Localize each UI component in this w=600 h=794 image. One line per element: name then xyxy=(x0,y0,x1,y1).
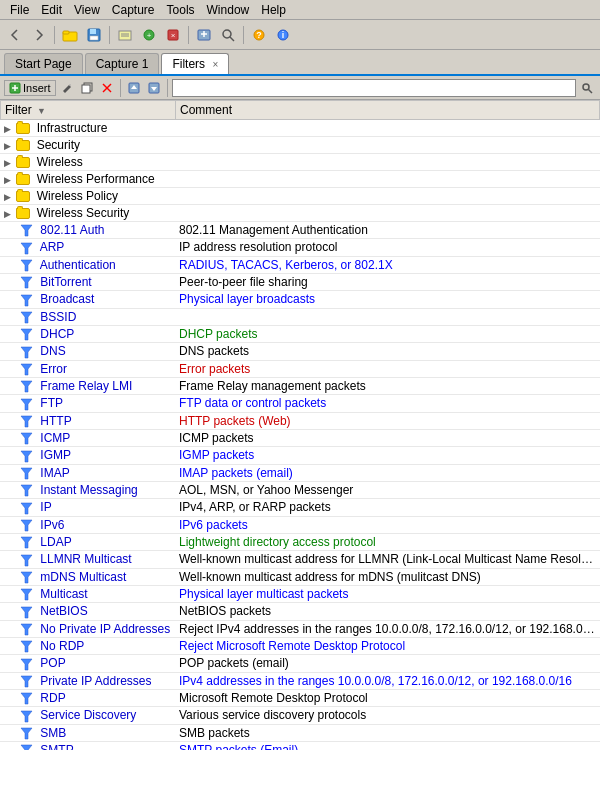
menu-tools[interactable]: Tools xyxy=(161,2,201,18)
table-row[interactable]: mDNS Multicast Well-known multicast addr… xyxy=(0,569,600,586)
svg-marker-49 xyxy=(21,520,32,531)
edit-filter-button[interactable] xyxy=(58,79,76,97)
toolbar-btn8[interactable]: ? xyxy=(248,24,270,46)
table-row[interactable]: Broadcast Physical layer broadcasts xyxy=(0,291,600,308)
menu-capture[interactable]: Capture xyxy=(106,2,161,18)
comment-text: IP address resolution protocol xyxy=(179,240,338,254)
table-row[interactable]: ARP IP address resolution protocol xyxy=(0,239,600,256)
insert-button[interactable]: Insert xyxy=(4,80,56,96)
sort-arrow: ▼ xyxy=(37,106,46,116)
comment-text: Well-known multicast address for mDNS (m… xyxy=(179,570,481,584)
copy-filter-button[interactable] xyxy=(78,79,96,97)
forward-button[interactable] xyxy=(28,24,50,46)
table-row[interactable]: No RDP Reject Microsoft Remote Desktop P… xyxy=(0,638,600,655)
svg-marker-58 xyxy=(21,676,32,687)
table-row[interactable]: Error Error packets xyxy=(0,361,600,378)
table-row[interactable]: SMB SMB packets xyxy=(0,725,600,742)
table-row[interactable]: 802.11 Auth 802.11 Management Authentica… xyxy=(0,222,600,239)
toolbar-btn3[interactable] xyxy=(114,24,136,46)
comment-text: Various service discovery protocols xyxy=(179,708,366,722)
svg-marker-41 xyxy=(21,381,32,392)
folder-icon xyxy=(16,140,30,151)
filter-search-input[interactable] xyxy=(172,79,576,97)
filter-name: NetBIOS xyxy=(40,604,87,618)
filter-icon xyxy=(20,554,34,567)
table-row[interactable]: ▶ Security xyxy=(0,137,600,154)
back-button[interactable] xyxy=(4,24,26,46)
table-row[interactable]: HTTP HTTP packets (Web) xyxy=(0,413,600,430)
table-row[interactable]: LDAP Lightweight directory access protoc… xyxy=(0,534,600,551)
tab-start-page[interactable]: Start Page xyxy=(4,53,83,74)
svg-marker-51 xyxy=(21,555,32,566)
table-row[interactable]: ▶ Wireless xyxy=(0,154,600,171)
table-row[interactable]: IP IPv4, ARP, or RARP packets xyxy=(0,499,600,516)
open-button[interactable] xyxy=(59,24,81,46)
filter-search-button[interactable] xyxy=(578,79,596,97)
toolbar-btn5[interactable]: × xyxy=(162,24,184,46)
toolbar-btn9[interactable]: i xyxy=(272,24,294,46)
table-row[interactable]: BSSID xyxy=(0,309,600,326)
tab-filters-close[interactable]: × xyxy=(212,59,218,70)
table-row[interactable]: ▶ Wireless Security xyxy=(0,205,600,222)
filter-icon xyxy=(20,727,34,740)
comment-text: HTTP packets (Web) xyxy=(179,414,291,428)
table-row[interactable]: No Private IP Addresses Reject IPv4 addr… xyxy=(0,621,600,638)
tab-filters[interactable]: Filters × xyxy=(161,53,229,74)
table-row[interactable]: SMTP SMTP packets (Email) xyxy=(0,742,600,750)
toolbar-btn4[interactable]: + xyxy=(138,24,160,46)
table-row[interactable]: DNS DNS packets xyxy=(0,343,600,360)
table-row[interactable]: ▶ Wireless Performance xyxy=(0,171,600,188)
table-row[interactable]: ▶ Wireless Policy xyxy=(0,188,600,205)
table-row[interactable]: FTP FTP data or control packets xyxy=(0,395,600,412)
table-row[interactable]: BitTorrent Peer-to-peer file sharing xyxy=(0,274,600,291)
toolbar-btn7[interactable] xyxy=(217,24,239,46)
col-header-filter[interactable]: Filter ▼ xyxy=(1,101,176,120)
svg-marker-33 xyxy=(21,243,32,254)
table-row[interactable]: Frame Relay LMI Frame Relay management p… xyxy=(0,378,600,395)
table-row[interactable]: POP POP packets (email) xyxy=(0,655,600,672)
delete-filter-button[interactable] xyxy=(98,79,116,97)
table-row[interactable]: ▶ Infrastructure xyxy=(0,120,600,137)
svg-marker-54 xyxy=(21,607,32,618)
move-down-button[interactable] xyxy=(145,79,163,97)
folder-icon xyxy=(16,174,30,185)
menu-window[interactable]: Window xyxy=(201,2,256,18)
table-row[interactable]: NetBIOS NetBIOS packets xyxy=(0,603,600,620)
table-row[interactable]: IMAP IMAP packets (email) xyxy=(0,465,600,482)
menu-view[interactable]: View xyxy=(68,2,106,18)
table-row[interactable]: RDP Microsoft Remote Desktop Protocol xyxy=(0,690,600,707)
move-up-button[interactable] xyxy=(125,79,143,97)
table-row[interactable]: Authentication RADIUS, TACACS, Kerberos,… xyxy=(0,257,600,274)
table-row[interactable]: IGMP IGMP packets xyxy=(0,447,600,464)
table-row[interactable]: Multicast Physical layer multicast packe… xyxy=(0,586,600,603)
filter-icon xyxy=(20,588,34,601)
filter-name: IMAP xyxy=(40,466,69,480)
comment-text: DHCP packets xyxy=(179,327,257,341)
table-row[interactable]: LLMNR Multicast Well-known multicast add… xyxy=(0,551,600,568)
comment-text: SMB packets xyxy=(179,726,250,740)
tab-capture1[interactable]: Capture 1 xyxy=(85,53,160,74)
comment-text: NetBIOS packets xyxy=(179,604,271,618)
svg-text:?: ? xyxy=(256,30,262,40)
table-row[interactable]: DHCP DHCP packets xyxy=(0,326,600,343)
svg-rect-1 xyxy=(63,31,69,34)
menu-file[interactable]: File xyxy=(4,2,35,18)
table-row[interactable]: Private IP Addresses IPv4 addresses in t… xyxy=(0,673,600,690)
table-row[interactable]: Service Discovery Various service discov… xyxy=(0,707,600,724)
svg-marker-45 xyxy=(21,451,32,462)
col-header-comment[interactable]: Comment xyxy=(176,101,600,120)
svg-marker-56 xyxy=(21,641,32,652)
menu-edit[interactable]: Edit xyxy=(35,2,68,18)
filter-icon xyxy=(20,311,34,324)
table-row[interactable]: Instant Messaging AOL, MSN, or Yahoo Mes… xyxy=(0,482,600,499)
filter-name: POP xyxy=(40,656,65,670)
filter-name: IP xyxy=(40,500,51,514)
filter-name: Broadcast xyxy=(40,292,94,306)
comment-text: Frame Relay management packets xyxy=(179,379,366,393)
table-row[interactable]: IPv6 IPv6 packets xyxy=(0,517,600,534)
chevron-icon: ▶ xyxy=(4,124,11,134)
table-row[interactable]: ICMP ICMP packets xyxy=(0,430,600,447)
menu-help[interactable]: Help xyxy=(255,2,292,18)
save-button[interactable] xyxy=(83,24,105,46)
toolbar-btn6[interactable] xyxy=(193,24,215,46)
